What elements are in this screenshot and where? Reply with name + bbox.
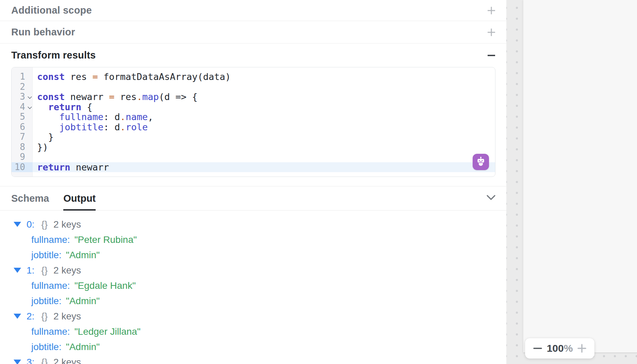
- keys-count: 2 keys: [53, 265, 81, 276]
- zoom-in-button[interactable]: [577, 343, 587, 353]
- collapse-triangle-icon[interactable]: [14, 314, 21, 319]
- code-editor[interactable]: 1const res = formatDataAsArray(data)23co…: [11, 67, 495, 177]
- query-settings-panel: Additional scope Run behavior Transform …: [0, 0, 506, 364]
- field-key: fullname:: [31, 326, 70, 337]
- line-number: 8: [20, 142, 25, 152]
- code-text: const newarr = res.map(d => {: [33, 92, 495, 102]
- expand-run-behavior-button[interactable]: [486, 27, 497, 38]
- line-number: 2: [20, 82, 25, 92]
- collapse-triangle-icon[interactable]: [14, 222, 21, 227]
- code-token: jobtitle: [59, 122, 103, 132]
- zoom-control: 100%: [525, 338, 594, 359]
- code-token: [37, 112, 59, 122]
- zoom-out-button[interactable]: [533, 343, 543, 353]
- fold-toggle-icon[interactable]: [28, 95, 32, 99]
- code-text: }: [33, 132, 495, 142]
- line-number: 4: [20, 102, 25, 112]
- field-value: "Peter Rubina": [75, 234, 137, 245]
- collapse-triangle-icon[interactable]: [14, 360, 21, 364]
- code-token: {: [81, 102, 93, 112]
- code-line[interactable]: 8}): [12, 142, 495, 152]
- code-token: : d: [103, 122, 120, 132]
- robot-icon: [475, 156, 487, 168]
- ai-assist-button[interactable]: [473, 154, 489, 170]
- line-number-cell: 5: [12, 112, 33, 122]
- code-line[interactable]: 3const newarr = res.map(d => {: [12, 92, 495, 102]
- zoom-percent-sign: %: [564, 343, 573, 354]
- minus-icon: [533, 343, 543, 353]
- line-number: 1: [20, 72, 25, 82]
- output-field-row: fullname:"Peter Rubina": [0, 232, 506, 247]
- code-line[interactable]: 4 return {: [12, 102, 495, 112]
- code-line[interactable]: 1const res = formatDataAsArray(data): [12, 72, 495, 82]
- app-canvas-frame[interactable]: [523, 0, 637, 353]
- section-label: Transform results: [11, 50, 96, 61]
- field-key: fullname:: [31, 280, 70, 291]
- field-key: jobtitle:: [31, 342, 62, 352]
- output-field-row: jobtitle:"Admin": [0, 247, 506, 263]
- section-label: Run behavior: [11, 27, 75, 38]
- collapse-triangle-icon[interactable]: [14, 268, 21, 273]
- code-line[interactable]: 5 fullname: d.name,: [12, 112, 495, 122]
- line-number-cell: 8: [12, 142, 33, 152]
- code-token: newarr: [65, 92, 109, 102]
- code-line[interactable]: 2: [12, 82, 495, 92]
- code-line[interactable]: 6 jobtitle: d.role: [12, 122, 495, 132]
- field-value: "Egdale Hank": [75, 280, 136, 291]
- tab-schema[interactable]: Schema: [11, 186, 49, 210]
- keys-count: 2 keys: [53, 357, 81, 364]
- code-text: const res = formatDataAsArray(data): [33, 72, 495, 82]
- keys-count: 2 keys: [53, 219, 81, 230]
- fold-toggle-icon[interactable]: [28, 105, 32, 109]
- code-text: return {: [33, 102, 495, 112]
- code-token: [37, 122, 59, 132]
- code-token: ,: [148, 112, 153, 122]
- line-number: 10: [15, 162, 25, 172]
- code-token: : d: [103, 112, 120, 122]
- section-transform-results[interactable]: Transform results: [0, 44, 506, 67]
- code-token: formatDataAsArray(data): [98, 71, 231, 82]
- section-label: Additional scope: [11, 5, 92, 16]
- field-value: "Admin": [66, 342, 100, 352]
- code-token: }): [37, 142, 48, 152]
- plus-icon: [487, 6, 496, 15]
- output-field-row: jobtitle:"Admin": [0, 339, 506, 354]
- braces-icon: {}: [41, 311, 48, 322]
- output-field-row: fullname:"Egdale Hank": [0, 278, 506, 293]
- collapse-transform-results-button[interactable]: [486, 50, 497, 61]
- code-text: jobtitle: d.role: [33, 122, 495, 132]
- zoom-value: 100: [547, 343, 564, 354]
- code-text: fullname: d.name,: [33, 112, 495, 122]
- code-token: res: [65, 71, 92, 82]
- tab-output[interactable]: Output: [63, 186, 96, 210]
- line-number: 7: [20, 132, 25, 142]
- line-number-cell: 4: [12, 102, 33, 112]
- code-token: (d => {: [159, 92, 198, 102]
- code-token: name: [126, 112, 148, 122]
- code-token: role: [126, 122, 148, 132]
- collapse-results-button[interactable]: [486, 194, 496, 202]
- expand-additional-scope-button[interactable]: [486, 5, 497, 16]
- output-item-header: 1:{}2 keys: [0, 263, 506, 278]
- output-item-header: 3:{}2 keys: [0, 354, 506, 364]
- results-tabs: Schema Output: [0, 186, 506, 211]
- line-number-cell: 7: [12, 132, 33, 142]
- item-index: 2:: [27, 311, 34, 322]
- field-value: "Admin": [66, 250, 100, 261]
- code-token: return: [37, 162, 70, 172]
- code-line[interactable]: 9: [12, 152, 495, 162]
- code-text: }): [33, 142, 495, 152]
- code-token: map: [142, 92, 159, 102]
- field-key: jobtitle:: [31, 250, 62, 261]
- zoom-level: 100%: [547, 343, 573, 354]
- code-text: return newarr: [33, 162, 495, 172]
- plus-icon: [487, 28, 496, 37]
- chevron-down-icon: [486, 194, 496, 201]
- section-additional-scope[interactable]: Additional scope: [0, 0, 506, 21]
- code-token: const: [37, 71, 65, 82]
- section-run-behavior[interactable]: Run behavior: [0, 21, 506, 44]
- code-token: fullname: [59, 112, 103, 122]
- code-line[interactable]: 7 }: [12, 132, 495, 142]
- field-key: fullname:: [31, 234, 70, 245]
- code-line[interactable]: 10return newarr: [12, 162, 495, 172]
